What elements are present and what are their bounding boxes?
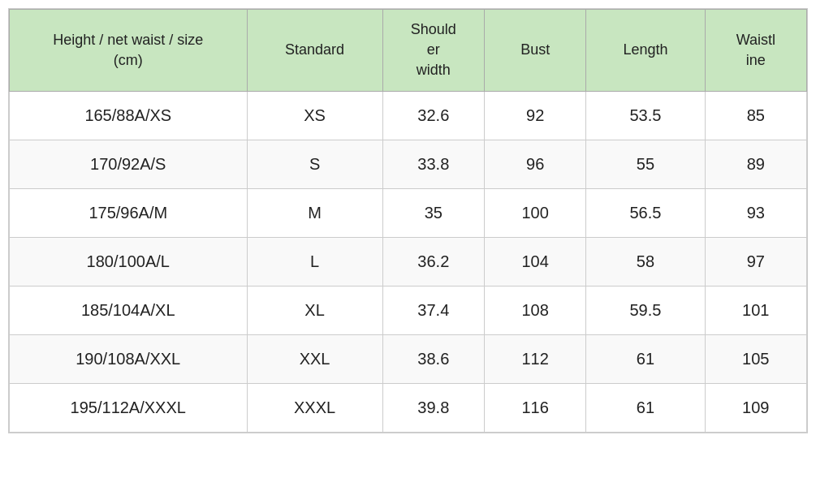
- cell-length: 55: [586, 140, 705, 188]
- cell-waistline: 93: [705, 188, 806, 237]
- header-shoulder: Shoulderwidth: [382, 10, 484, 92]
- cell-length: 59.5: [586, 286, 705, 334]
- cell-standard: S: [247, 140, 382, 188]
- cell-bust: 92: [485, 91, 586, 140]
- cell-bust: 100: [485, 188, 586, 237]
- cell-standard: XL: [247, 286, 382, 334]
- cell-bust: 104: [485, 237, 586, 286]
- cell-height: 195/112A/XXXL: [10, 383, 248, 432]
- cell-standard: XXXL: [247, 383, 382, 432]
- cell-standard: L: [247, 237, 382, 286]
- size-chart-container: Height / net waist / size(cm) Standard S…: [8, 8, 808, 433]
- cell-waistline: 85: [705, 91, 806, 140]
- table-row: 195/112A/XXXLXXXL39.811661109: [10, 383, 807, 432]
- cell-waistline: 97: [705, 237, 806, 286]
- cell-standard: M: [247, 188, 382, 237]
- table-row: 185/104A/XLXL37.410859.5101: [10, 286, 807, 334]
- table-header-row: Height / net waist / size(cm) Standard S…: [10, 10, 807, 92]
- cell-standard: XS: [247, 91, 382, 140]
- cell-bust: 108: [485, 286, 586, 334]
- table-row: 190/108A/XXLXXL38.611261105: [10, 334, 807, 383]
- cell-shoulder: 39.8: [382, 383, 484, 432]
- cell-waistline: 109: [705, 383, 806, 432]
- cell-length: 53.5: [586, 91, 705, 140]
- cell-length: 58: [586, 237, 705, 286]
- cell-height: 170/92A/S: [10, 140, 248, 188]
- header-height: Height / net waist / size(cm): [10, 10, 248, 92]
- cell-length: 56.5: [586, 188, 705, 237]
- cell-bust: 116: [485, 383, 586, 432]
- size-table: Height / net waist / size(cm) Standard S…: [9, 9, 807, 433]
- cell-bust: 96: [485, 140, 586, 188]
- cell-height: 180/100A/L: [10, 237, 248, 286]
- header-bust: Bust: [485, 10, 586, 92]
- cell-shoulder: 35: [382, 188, 484, 237]
- header-length: Length: [586, 10, 705, 92]
- table-row: 175/96A/MM3510056.593: [10, 188, 807, 237]
- cell-bust: 112: [485, 334, 586, 383]
- cell-length: 61: [586, 383, 705, 432]
- cell-shoulder: 33.8: [382, 140, 484, 188]
- table-row: 165/88A/XSXS32.69253.585: [10, 91, 807, 140]
- header-standard: Standard: [247, 10, 382, 92]
- cell-length: 61: [586, 334, 705, 383]
- table-row: 170/92A/SS33.8965589: [10, 140, 807, 188]
- cell-waistline: 101: [705, 286, 806, 334]
- cell-shoulder: 32.6: [382, 91, 484, 140]
- cell-height: 165/88A/XS: [10, 91, 248, 140]
- cell-height: 175/96A/M: [10, 188, 248, 237]
- cell-shoulder: 36.2: [382, 237, 484, 286]
- cell-shoulder: 38.6: [382, 334, 484, 383]
- header-waistline: Waistline: [705, 10, 806, 92]
- cell-height: 190/108A/XXL: [10, 334, 248, 383]
- cell-height: 185/104A/XL: [10, 286, 248, 334]
- cell-waistline: 89: [705, 140, 806, 188]
- cell-standard: XXL: [247, 334, 382, 383]
- table-row: 180/100A/LL36.21045897: [10, 237, 807, 286]
- cell-waistline: 105: [705, 334, 806, 383]
- cell-shoulder: 37.4: [382, 286, 484, 334]
